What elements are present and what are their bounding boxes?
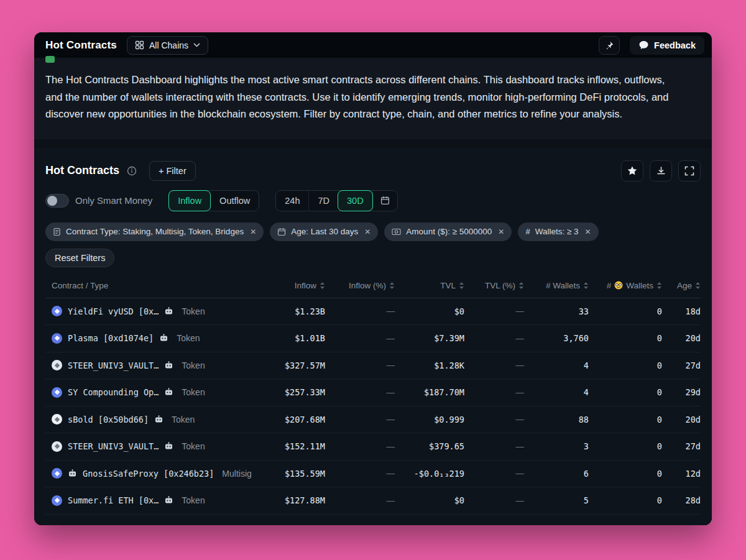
table-row[interactable]: STEER_UNIV3_VAULT…Token$152.11M—$379.65—… [45,433,701,461]
pin-button[interactable] [599,36,620,55]
contract-name: sBold [0x50bd66] [68,415,149,425]
only-smart-money-toggle[interactable] [45,194,69,208]
close-icon[interactable]: ✕ [250,227,256,236]
close-icon[interactable]: ✕ [585,227,591,236]
smart-wallets-cell: 0 [589,441,662,451]
tab-outflow[interactable]: Outflow [210,191,259,211]
contract-cell[interactable]: Plasma [0xd1074e]Token [45,333,268,344]
inflow-cell: $207.68M [268,415,325,425]
table-row[interactable]: Plasma [0xd1074e]Token$1.01B—$7.39M—3,76… [45,325,701,352]
smart-wallets-cell: 0 [589,387,662,397]
contract-type: Token [182,387,205,397]
toggle-knob [47,196,57,206]
table-row[interactable]: STEER_UNIV3_VAULT…Token$327.57M—$1.28K—4… [45,352,701,380]
chip-label: Wallets: ≥ 3 [535,227,579,236]
wallets-cell: 3,760 [524,333,589,343]
sort-icon [583,282,589,290]
table-row[interactable]: YieldFi vyUSD [0x…Token$1.23B—$0—33018d [45,298,701,326]
add-filter-button[interactable]: + Filter [149,161,196,181]
contract-name: YieldFi vyUSD [0x… [68,306,159,316]
table-header: Contract / TypeInflowInflow (%)TVLTVL (%… [45,276,701,298]
age-cell: 29d [662,387,701,397]
contract-cell[interactable]: YieldFi vyUSD [0x…Token [45,306,268,316]
smart-wallets-cell: 0 [589,333,662,343]
section-header: Hot Contracts + Filter [45,160,701,181]
hash-icon: # [525,227,530,236]
reset-filters-button[interactable]: Reset Filters [45,249,114,267]
contract-cell[interactable]: SY Compounding Op…Token [45,387,268,398]
contract-type: Token [182,360,205,370]
tvl-cell: $187.70M [395,387,464,397]
smart-money-toggle-label: Only Smart Money [75,195,152,206]
bot-icon [164,307,173,316]
contract-cell[interactable]: GnosisSafeProxy [0x246b23]Multisig [45,468,268,479]
feedback-button[interactable]: Feedback [630,36,704,55]
contract-name: STEER_UNIV3_VAULT… [68,360,159,370]
smart-wallets-cell: 0 [589,469,662,479]
tvl-cell: $7.39M [395,333,464,343]
column-header-sortable[interactable]: TVL (%) [464,281,524,290]
contract-cell[interactable]: Summer.fi ETH [0x…Token [45,495,268,506]
pin-icon [604,40,614,50]
column-header-sortable[interactable]: # Wallets [524,281,589,290]
table-body: YieldFi vyUSD [0x…Token$1.23B—$0—33018dP… [45,298,701,515]
section-title: Hot Contracts [45,164,119,177]
filter-chip[interactable]: #Wallets: ≥ 3✕ [518,223,598,241]
chip-label: Age: Last 30 days [291,227,358,236]
contract-cell[interactable]: STEER_UNIV3_VAULT…Token [45,360,268,370]
tvl-pct-cell: — [464,388,524,397]
page-title: Hot Contracts [45,39,117,52]
table-row[interactable]: SY Compounding Op…Token$257.33M—$187.70M… [45,379,701,406]
column-header-sortable[interactable]: TVL [395,281,464,290]
filter-chip[interactable]: Age: Last 30 days✕ [270,223,378,241]
close-icon[interactable]: ✕ [364,227,371,236]
sort-icon [320,282,325,290]
contract-cell[interactable]: STEER_UNIV3_VAULT…Token [45,441,268,452]
calendar-button[interactable] [372,191,397,211]
column-header-sortable[interactable]: Inflow [268,281,325,290]
tab-7d[interactable]: 7D [308,191,338,211]
tvl-cell: $0 [395,495,464,505]
tvl-pct-cell: — [464,334,524,343]
fullscreen-button[interactable] [678,160,701,181]
wallets-cell: 33 [524,306,589,316]
contract-name: Summer.fi ETH [0x… [68,495,159,505]
chain-icon [52,387,62,398]
favorite-button[interactable] [621,160,643,181]
table-row[interactable]: sBold [0x50bd66]Token$207.68M—$0.999—880… [45,406,701,434]
bot-icon [164,496,173,505]
all-chains-dropdown[interactable]: All Chains [127,36,208,55]
tvl-cell: $0.999 [395,415,464,425]
column-header-sortable[interactable]: # Wallets [589,281,662,290]
tab-30d[interactable]: 30D [338,190,373,211]
filter-chip[interactable]: Amount ($): ≥ 5000000✕ [384,223,512,241]
contract-cell[interactable]: sBold [0x50bd66]Token [45,414,268,425]
filter-chip[interactable]: Contract Type: Staking, Multisig, Token,… [45,223,264,241]
download-button[interactable] [650,160,672,181]
all-chains-label: All Chains [149,40,188,50]
inflow-cell: $1.01B [268,333,325,343]
column-header: Contract / Type [45,281,268,290]
table-row[interactable]: GnosisSafeProxy [0x246b23]Multisig$135.5… [45,461,701,488]
sort-icon [389,282,395,290]
wallets-cell: 5 [524,495,589,505]
wallets-cell: 88 [524,415,589,425]
hot-contracts-table: Contract / TypeInflowInflow (%)TVLTVL (%… [45,276,701,515]
inflow-cell: $1.23B [268,306,325,316]
close-icon[interactable]: ✕ [498,227,504,236]
tab-24h[interactable]: 24h [276,191,308,211]
star-icon [627,165,638,177]
inflow-pct-cell: — [325,496,395,505]
wallets-cell: 3 [524,441,589,451]
amount-icon [392,228,401,236]
contract-name: STEER_UNIV3_VAULT… [68,441,159,451]
info-icon[interactable] [127,166,137,176]
flow-toggle: Inflow Outflow [168,190,259,211]
contract-type: Multisig [222,469,251,479]
calendar-icon [277,227,286,236]
column-header-sortable[interactable]: Inflow (%) [325,281,395,290]
tab-inflow[interactable]: Inflow [168,190,211,211]
table-row[interactable]: Summer.fi ETH [0x…Token$127.88M—$0—5028d [45,487,701,515]
column-header-sortable[interactable]: Age [662,281,701,290]
smart-wallets-cell: 0 [589,306,662,316]
